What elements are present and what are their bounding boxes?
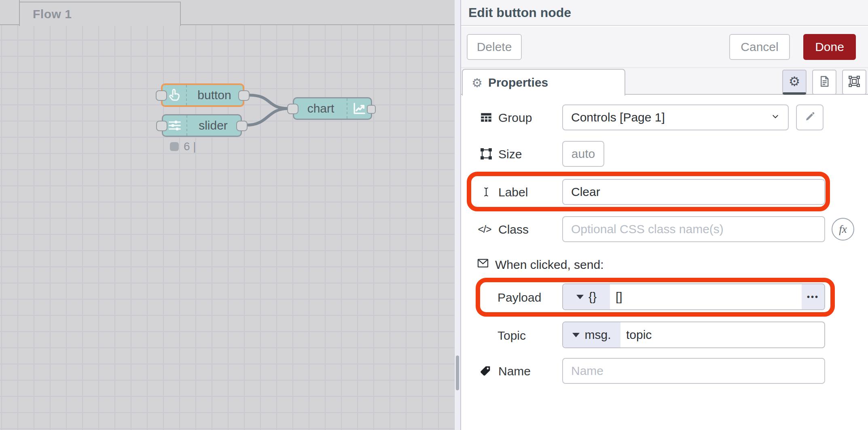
group-select[interactable]: Controls [Page 1] xyxy=(562,104,789,130)
tray-title: Edit button node xyxy=(468,5,571,20)
node-chart-output-port[interactable] xyxy=(367,105,376,114)
status-text: 6 | xyxy=(184,140,196,153)
appearance-view-button[interactable] xyxy=(842,70,866,95)
gear-icon: ⚙ xyxy=(472,76,483,90)
payload-input[interactable] xyxy=(610,284,802,309)
flow-workspace[interactable]: Flow 1 button xyxy=(0,0,455,430)
node-chart-label: chart xyxy=(294,98,347,119)
node-button-input-port[interactable] xyxy=(156,90,167,101)
object-group-icon xyxy=(847,75,861,90)
node-chart-input-port[interactable] xyxy=(287,104,299,114)
document-icon xyxy=(817,75,831,90)
class-input[interactable] xyxy=(562,216,825,242)
caret-down-icon xyxy=(576,295,584,299)
properties-view-button[interactable]: ⚙ xyxy=(782,70,807,95)
payload-expand-button[interactable]: ••• xyxy=(802,284,824,309)
msg-prefix: msg. xyxy=(584,328,611,342)
node-button[interactable]: button xyxy=(161,83,244,107)
cancel-button[interactable]: Cancel xyxy=(729,34,790,60)
topic-typed-input: msg. xyxy=(562,321,825,348)
envelope-icon xyxy=(476,257,489,272)
table-icon xyxy=(477,109,495,126)
topic-input[interactable] xyxy=(620,322,824,347)
node-slider-output-port[interactable] xyxy=(236,121,248,131)
text-cursor-icon xyxy=(477,183,495,201)
properties-tab-label: Properties xyxy=(488,76,548,89)
topic-field-label: Topic xyxy=(498,329,526,343)
tray-toolbar: Delete Cancel Done xyxy=(461,27,868,68)
node-slider[interactable]: slider xyxy=(162,114,242,137)
name-field-label: Name xyxy=(498,364,531,378)
wire-button-to-chart[interactable] xyxy=(249,95,289,109)
size-auto-button[interactable]: auto xyxy=(562,141,604,167)
object-group-icon xyxy=(477,145,495,163)
tray-scrollbar-track[interactable] xyxy=(455,0,461,430)
node-slider-status: 6 | xyxy=(170,140,196,153)
chevron-down-icon xyxy=(769,110,781,125)
node-red-editor: Flow 1 button xyxy=(0,0,868,430)
tray-header: Edit button node xyxy=(461,0,868,26)
size-field-label: Size xyxy=(498,147,522,161)
tag-icon xyxy=(476,362,494,380)
payload-type-select[interactable]: {} xyxy=(563,284,610,309)
fx-expand-button[interactable]: fx xyxy=(832,218,854,241)
tab-properties[interactable]: ⚙ Properties xyxy=(462,69,625,96)
group-field-label: Group xyxy=(498,111,532,125)
label-field-label: Label xyxy=(498,185,528,199)
tray-scrollbar-thumb[interactable] xyxy=(456,355,459,390)
label-input[interactable] xyxy=(562,179,825,205)
edit-tray: Edit button node Delete Cancel Done ⚙ Pr… xyxy=(461,0,868,430)
done-button[interactable]: Done xyxy=(803,34,856,60)
topic-type-select[interactable]: msg. xyxy=(563,322,620,347)
pencil-icon xyxy=(803,110,816,125)
payload-field-label: Payload xyxy=(498,291,541,304)
code-icon: </> xyxy=(476,220,493,238)
wires-layer xyxy=(0,0,455,430)
delete-button[interactable]: Delete xyxy=(467,34,522,60)
node-slider-input-port[interactable] xyxy=(156,121,167,131)
gear-icon: ⚙ xyxy=(789,74,800,89)
node-button-output-port[interactable] xyxy=(238,90,250,101)
name-input[interactable] xyxy=(562,358,825,384)
edit-group-button[interactable] xyxy=(796,104,824,130)
group-select-value: Controls [Page 1] xyxy=(571,111,665,124)
wire-slider-to-chart[interactable] xyxy=(246,109,289,125)
json-type-glyph: {} xyxy=(589,290,597,304)
status-dot-icon xyxy=(170,142,179,151)
send-heading-text: When clicked, send: xyxy=(495,258,603,272)
payload-typed-input: {} ••• xyxy=(562,283,825,310)
send-heading-row: When clicked, send: xyxy=(476,257,603,272)
node-slider-label: slider xyxy=(186,115,241,136)
node-button-label: button xyxy=(186,85,243,105)
class-field-label: Class xyxy=(498,223,529,236)
node-chart[interactable]: chart xyxy=(293,97,372,120)
description-view-button[interactable] xyxy=(812,70,836,95)
caret-down-icon xyxy=(572,333,580,337)
